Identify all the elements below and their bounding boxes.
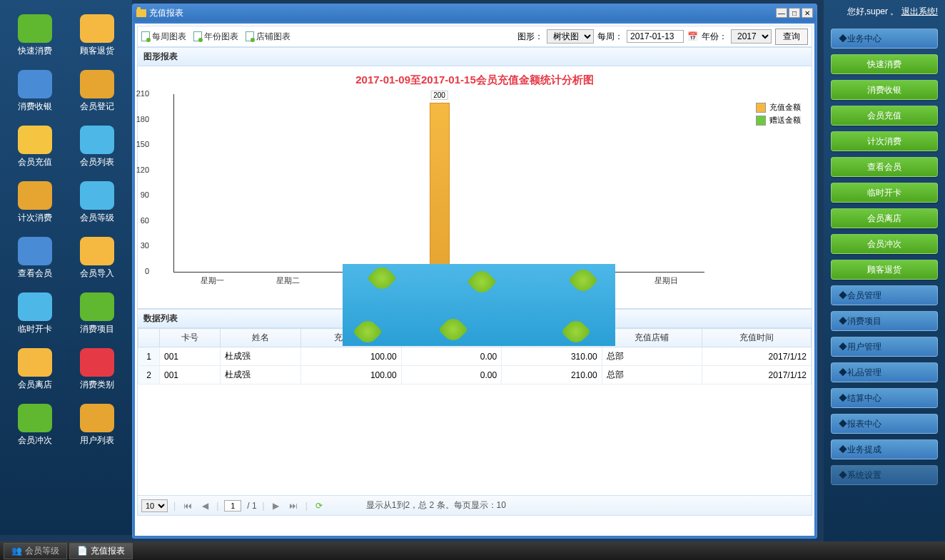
app-icon bbox=[80, 14, 114, 43]
maximize-button[interactable]: □ bbox=[789, 8, 800, 18]
left-icon-10[interactable]: 临时开卡 bbox=[7, 289, 64, 339]
first-page-button[interactable]: ⏮ bbox=[181, 501, 194, 511]
menu-green-0[interactable]: 快速消费 bbox=[831, 54, 938, 74]
app-icon bbox=[80, 237, 114, 265]
menu-header-7[interactable]: ◆业务提成 bbox=[831, 439, 938, 459]
chart-title: 2017-01-09至2017-01-15会员充值金额统计分析图 bbox=[145, 73, 804, 87]
left-icon-6[interactable]: 计次消费 bbox=[7, 178, 64, 228]
app-icon bbox=[18, 14, 52, 43]
right-sidebar: 您好,super 。 退出系统! ◆业务中心快速消费消费收银会员充值计次消费查看… bbox=[824, 0, 945, 560]
yearly-chart-button[interactable]: 年份图表 bbox=[193, 31, 238, 43]
menu-header-1[interactable]: ◆会员管理 bbox=[831, 285, 938, 305]
taskbar-item-members[interactable]: 👥 会员等级 bbox=[4, 543, 67, 559]
last-page-button[interactable]: ⏭ bbox=[287, 501, 300, 511]
year-select[interactable]: 2017 bbox=[731, 29, 772, 44]
page-input[interactable] bbox=[224, 500, 241, 511]
menu-header-5[interactable]: ◆结算中心 bbox=[831, 388, 938, 408]
app-icon bbox=[80, 292, 114, 321]
left-icon-8[interactable]: 查看会员 bbox=[7, 233, 64, 283]
app-icon bbox=[18, 292, 52, 321]
query-button[interactable]: 查询 bbox=[775, 29, 808, 45]
pagination-info: 显示从1到2，总 2 条。每页显示：10 bbox=[366, 499, 506, 511]
left-icon-2[interactable]: 消费收银 bbox=[7, 66, 64, 116]
chart-plot: 0306090120150180210 星期一星期二星期三星期四星期五星期六星期… bbox=[173, 94, 704, 273]
sheet-icon bbox=[193, 31, 202, 41]
store-chart-button[interactable]: 店铺图表 bbox=[246, 31, 290, 43]
left-icon-9[interactable]: 会员导入 bbox=[69, 233, 126, 283]
calendar-icon[interactable]: 📅 bbox=[687, 31, 698, 41]
left-icon-4[interactable]: 会员充值 bbox=[7, 122, 64, 172]
user-greeting: 您好,super 。 退出系统! bbox=[831, 6, 938, 18]
left-icon-13[interactable]: 消费类别 bbox=[69, 345, 126, 394]
shape-select[interactable]: 树状图 bbox=[547, 29, 594, 44]
menu-green-1[interactable]: 消费收银 bbox=[831, 80, 938, 100]
app-icon bbox=[18, 237, 52, 265]
app-icon bbox=[18, 181, 52, 210]
bar-3: 200 bbox=[430, 103, 450, 272]
left-icon-5[interactable]: 会员列表 bbox=[69, 122, 126, 172]
data-table-wrap: 卡号姓名充值金额赠送金额储值余额充值店铺充值时间 1001杜成强100.000.… bbox=[137, 328, 812, 496]
menu-green-7[interactable]: 会员冲次 bbox=[831, 234, 938, 254]
chart-legend: 充值金额赠送金额 bbox=[756, 102, 801, 128]
menu-header-2[interactable]: ◆消费项目 bbox=[831, 311, 938, 331]
sheet-icon bbox=[141, 31, 150, 41]
overlay-banner bbox=[343, 264, 615, 346]
logout-link[interactable]: 退出系统! bbox=[901, 6, 938, 16]
left-icon-7[interactable]: 会员等级 bbox=[69, 178, 126, 228]
left-sidebar: 快速消费顾客退货消费收银会员登记会员充值会员列表计次消费会员等级查看会员会员导入… bbox=[0, 0, 132, 535]
pagination: 10 | ⏮ ◀ | / 1 | ▶ ⏭ | ⟳ 显示从1到2，总 2 条。每页… bbox=[137, 496, 812, 516]
close-button[interactable]: ✕ bbox=[802, 8, 813, 18]
app-icon bbox=[80, 181, 114, 210]
app-icon bbox=[18, 404, 52, 432]
menu-green-2[interactable]: 会员充值 bbox=[831, 106, 938, 126]
year-label: 年份： bbox=[702, 31, 727, 43]
refresh-button[interactable]: ⟳ bbox=[313, 501, 325, 511]
menu-green-8[interactable]: 顾客退货 bbox=[831, 260, 938, 280]
week-input[interactable] bbox=[627, 30, 684, 43]
report-icon: 📄 bbox=[77, 546, 88, 556]
app-icon bbox=[18, 70, 52, 98]
shape-label: 图形： bbox=[517, 31, 543, 43]
menu-green-6[interactable]: 会员离店 bbox=[831, 208, 938, 228]
minimize-button[interactable]: — bbox=[776, 8, 787, 18]
weekly-chart-button[interactable]: 每周图表 bbox=[141, 31, 186, 43]
menu-green-5[interactable]: 临时开卡 bbox=[831, 183, 938, 203]
menu-green-3[interactable]: 计次消费 bbox=[831, 131, 938, 151]
app-icon bbox=[80, 126, 114, 154]
user-icon: 👥 bbox=[11, 546, 22, 556]
toolbar: 每周图表 年份图表 店铺图表 图形： 树状图 每周： 📅 年份： 2017 查询 bbox=[137, 26, 812, 47]
window-title-bar: 充值报表 — □ ✕ bbox=[133, 4, 817, 21]
menu-header-8[interactable]: ◆系统设置 bbox=[831, 465, 938, 485]
menu-header-3[interactable]: ◆用户管理 bbox=[831, 337, 938, 357]
folder-icon bbox=[136, 9, 146, 17]
taskbar-item-report[interactable]: 📄 充值报表 bbox=[69, 543, 133, 559]
left-icon-1[interactable]: 顾客退货 bbox=[69, 11, 126, 61]
app-icon bbox=[80, 348, 114, 377]
taskbar: 👥 会员等级 📄 充值报表 bbox=[0, 541, 945, 560]
week-label: 每周： bbox=[597, 31, 623, 43]
app-icon bbox=[18, 348, 52, 377]
app-icon bbox=[80, 70, 114, 98]
next-page-button[interactable]: ▶ bbox=[271, 501, 281, 511]
window-title: 充值报表 bbox=[149, 7, 183, 19]
app-icon bbox=[80, 404, 114, 432]
left-icon-11[interactable]: 消费项目 bbox=[69, 289, 126, 339]
menu-header-0[interactable]: ◆业务中心 bbox=[831, 29, 938, 49]
sheet-icon bbox=[246, 31, 254, 41]
app-icon bbox=[18, 126, 52, 154]
page-size-select[interactable]: 10 bbox=[141, 499, 168, 512]
left-icon-14[interactable]: 会员冲次 bbox=[7, 400, 64, 450]
menu-header-4[interactable]: ◆礼品管理 bbox=[831, 362, 938, 382]
left-icon-15[interactable]: 用户列表 bbox=[69, 400, 126, 450]
menu-header-6[interactable]: ◆报表中心 bbox=[831, 414, 938, 434]
left-icon-12[interactable]: 会员离店 bbox=[7, 345, 64, 394]
chart-section-header: 图形报表 bbox=[137, 47, 812, 66]
left-icon-3[interactable]: 会员登记 bbox=[69, 66, 126, 116]
table-row[interactable]: 1001杜成强100.000.00310.00总部2017/1/12 bbox=[138, 347, 812, 366]
table-row[interactable]: 2001杜成强100.000.00210.00总部2017/1/12 bbox=[138, 366, 812, 385]
left-icon-0[interactable]: 快速消费 bbox=[7, 11, 64, 61]
menu-green-4[interactable]: 查看会员 bbox=[831, 157, 938, 177]
prev-page-button[interactable]: ◀ bbox=[200, 501, 211, 511]
